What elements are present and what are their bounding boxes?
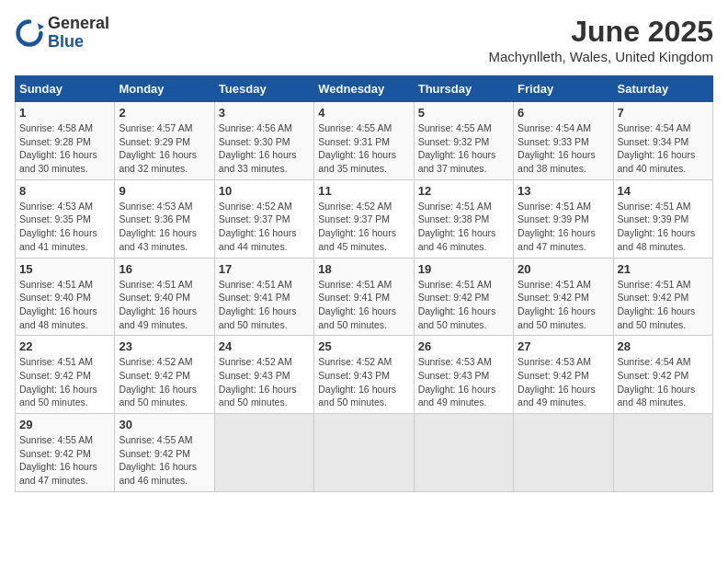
col-wednesday: Wednesday xyxy=(314,76,414,102)
calendar-row: 15Sunrise: 4:51 AM Sunset: 9:40 PM Dayli… xyxy=(16,258,713,336)
col-saturday: Saturday xyxy=(613,76,712,102)
day-number: 22 xyxy=(19,339,110,353)
col-tuesday: Tuesday xyxy=(214,76,313,102)
day-number: 27 xyxy=(518,339,609,353)
day-info: Sunrise: 4:57 AM Sunset: 9:29 PM Dayligh… xyxy=(119,121,210,176)
table-cell: 27Sunrise: 4:53 AM Sunset: 9:42 PM Dayli… xyxy=(514,336,613,414)
table-cell: 30Sunrise: 4:55 AM Sunset: 9:42 PM Dayli… xyxy=(115,414,214,492)
day-info: Sunrise: 4:55 AM Sunset: 9:32 PM Dayligh… xyxy=(418,121,509,176)
logo-icon xyxy=(15,18,44,48)
day-number: 9 xyxy=(119,184,210,198)
day-info: Sunrise: 4:51 AM Sunset: 9:42 PM Dayligh… xyxy=(19,355,110,409)
table-cell: 6Sunrise: 4:54 AM Sunset: 9:33 PM Daylig… xyxy=(514,102,613,180)
day-number: 28 xyxy=(618,339,709,353)
title-block: June 2025 Machynlleth, Wales, United Kin… xyxy=(488,15,713,64)
day-number: 5 xyxy=(418,106,509,120)
table-cell: 25Sunrise: 4:52 AM Sunset: 9:43 PM Dayli… xyxy=(314,336,414,414)
table-cell: 17Sunrise: 4:51 AM Sunset: 9:41 PM Dayli… xyxy=(214,258,313,336)
col-sunday: Sunday xyxy=(16,76,115,102)
day-info: Sunrise: 4:52 AM Sunset: 9:43 PM Dayligh… xyxy=(219,355,310,409)
day-number: 15 xyxy=(19,262,110,276)
day-number: 13 xyxy=(518,184,609,198)
table-cell: 8Sunrise: 4:53 AM Sunset: 9:35 PM Daylig… xyxy=(16,179,115,258)
day-info: Sunrise: 4:55 AM Sunset: 9:42 PM Dayligh… xyxy=(19,433,110,488)
day-number: 24 xyxy=(219,339,310,353)
table-cell: 9Sunrise: 4:53 AM Sunset: 9:36 PM Daylig… xyxy=(115,179,214,258)
day-number: 12 xyxy=(418,184,509,198)
day-number: 11 xyxy=(318,184,409,198)
page-subtitle: Machynlleth, Wales, United Kingdom xyxy=(488,49,713,64)
table-cell: 2Sunrise: 4:57 AM Sunset: 9:29 PM Daylig… xyxy=(115,102,214,180)
day-info: Sunrise: 4:55 AM Sunset: 9:42 PM Dayligh… xyxy=(119,433,210,488)
day-info: Sunrise: 4:51 AM Sunset: 9:41 PM Dayligh… xyxy=(318,278,409,332)
calendar-row: 8Sunrise: 4:53 AM Sunset: 9:35 PM Daylig… xyxy=(16,179,713,258)
day-info: Sunrise: 4:52 AM Sunset: 9:37 PM Dayligh… xyxy=(219,200,310,254)
table-cell: 4Sunrise: 4:55 AM Sunset: 9:31 PM Daylig… xyxy=(314,102,414,180)
day-number: 8 xyxy=(19,184,110,198)
day-number: 18 xyxy=(318,262,409,276)
table-cell: 18Sunrise: 4:51 AM Sunset: 9:41 PM Dayli… xyxy=(314,258,414,336)
table-cell: 21Sunrise: 4:51 AM Sunset: 9:42 PM Dayli… xyxy=(613,258,712,336)
day-info: Sunrise: 4:52 AM Sunset: 9:42 PM Dayligh… xyxy=(119,355,210,409)
day-info: Sunrise: 4:51 AM Sunset: 9:40 PM Dayligh… xyxy=(119,278,210,332)
table-cell: 22Sunrise: 4:51 AM Sunset: 9:42 PM Dayli… xyxy=(16,336,115,414)
day-number: 25 xyxy=(318,339,409,353)
table-cell: 12Sunrise: 4:51 AM Sunset: 9:38 PM Dayli… xyxy=(414,179,513,258)
day-number: 10 xyxy=(219,184,310,198)
day-info: Sunrise: 4:51 AM Sunset: 9:41 PM Dayligh… xyxy=(219,278,310,332)
col-friday: Friday xyxy=(514,76,613,102)
day-info: Sunrise: 4:54 AM Sunset: 9:34 PM Dayligh… xyxy=(618,121,709,176)
table-cell: 19Sunrise: 4:51 AM Sunset: 9:42 PM Dayli… xyxy=(414,258,513,336)
col-thursday: Thursday xyxy=(414,76,513,102)
day-info: Sunrise: 4:53 AM Sunset: 9:43 PM Dayligh… xyxy=(418,355,509,409)
table-cell: 16Sunrise: 4:51 AM Sunset: 9:40 PM Dayli… xyxy=(115,258,214,336)
day-info: Sunrise: 4:54 AM Sunset: 9:42 PM Dayligh… xyxy=(618,355,709,409)
day-info: Sunrise: 4:51 AM Sunset: 9:39 PM Dayligh… xyxy=(618,200,709,254)
table-cell: 29Sunrise: 4:55 AM Sunset: 9:42 PM Dayli… xyxy=(16,414,115,492)
day-number: 2 xyxy=(119,106,210,120)
day-info: Sunrise: 4:54 AM Sunset: 9:33 PM Dayligh… xyxy=(518,121,609,176)
col-monday: Monday xyxy=(115,76,214,102)
table-cell: 15Sunrise: 4:51 AM Sunset: 9:40 PM Dayli… xyxy=(16,258,115,336)
table-cell xyxy=(514,414,613,492)
day-info: Sunrise: 4:53 AM Sunset: 9:42 PM Dayligh… xyxy=(518,355,609,409)
day-number: 23 xyxy=(119,339,210,353)
day-number: 26 xyxy=(418,339,509,353)
table-cell: 13Sunrise: 4:51 AM Sunset: 9:39 PM Dayli… xyxy=(514,179,613,258)
day-info: Sunrise: 4:56 AM Sunset: 9:30 PM Dayligh… xyxy=(219,121,310,176)
day-info: Sunrise: 4:52 AM Sunset: 9:37 PM Dayligh… xyxy=(318,200,409,254)
day-number: 6 xyxy=(518,106,609,120)
day-number: 20 xyxy=(518,262,609,276)
day-number: 21 xyxy=(618,262,709,276)
table-cell: 20Sunrise: 4:51 AM Sunset: 9:42 PM Dayli… xyxy=(514,258,613,336)
day-info: Sunrise: 4:51 AM Sunset: 9:42 PM Dayligh… xyxy=(518,278,609,332)
day-number: 3 xyxy=(219,106,310,120)
table-cell xyxy=(414,414,513,492)
day-number: 19 xyxy=(418,262,509,276)
calendar-row: 22Sunrise: 4:51 AM Sunset: 9:42 PM Dayli… xyxy=(16,336,713,414)
calendar-row: 1Sunrise: 4:58 AM Sunset: 9:28 PM Daylig… xyxy=(16,102,713,180)
table-cell: 26Sunrise: 4:53 AM Sunset: 9:43 PM Dayli… xyxy=(414,336,513,414)
day-number: 7 xyxy=(618,106,709,120)
day-info: Sunrise: 4:53 AM Sunset: 9:36 PM Dayligh… xyxy=(119,200,210,254)
day-number: 1 xyxy=(19,106,110,120)
table-cell: 7Sunrise: 4:54 AM Sunset: 9:34 PM Daylig… xyxy=(613,102,712,180)
table-cell: 11Sunrise: 4:52 AM Sunset: 9:37 PM Dayli… xyxy=(314,179,414,258)
day-info: Sunrise: 4:52 AM Sunset: 9:43 PM Dayligh… xyxy=(318,355,409,409)
day-info: Sunrise: 4:51 AM Sunset: 9:42 PM Dayligh… xyxy=(418,278,509,332)
calendar-table: Sunday Monday Tuesday Wednesday Thursday… xyxy=(15,75,713,492)
day-number: 29 xyxy=(19,418,110,431)
day-number: 17 xyxy=(219,262,310,276)
day-number: 4 xyxy=(318,106,409,120)
table-cell: 3Sunrise: 4:56 AM Sunset: 9:30 PM Daylig… xyxy=(214,102,313,180)
table-cell: 28Sunrise: 4:54 AM Sunset: 9:42 PM Dayli… xyxy=(613,336,712,414)
table-cell: 1Sunrise: 4:58 AM Sunset: 9:28 PM Daylig… xyxy=(16,102,115,180)
table-cell xyxy=(613,414,712,492)
table-cell: 14Sunrise: 4:51 AM Sunset: 9:39 PM Dayli… xyxy=(613,179,712,258)
day-info: Sunrise: 4:51 AM Sunset: 9:42 PM Dayligh… xyxy=(618,278,709,332)
table-cell xyxy=(314,414,414,492)
logo: General Blue xyxy=(15,15,109,52)
page-title: June 2025 xyxy=(488,15,713,49)
day-number: 14 xyxy=(618,184,709,198)
day-info: Sunrise: 4:51 AM Sunset: 9:39 PM Dayligh… xyxy=(518,200,609,254)
